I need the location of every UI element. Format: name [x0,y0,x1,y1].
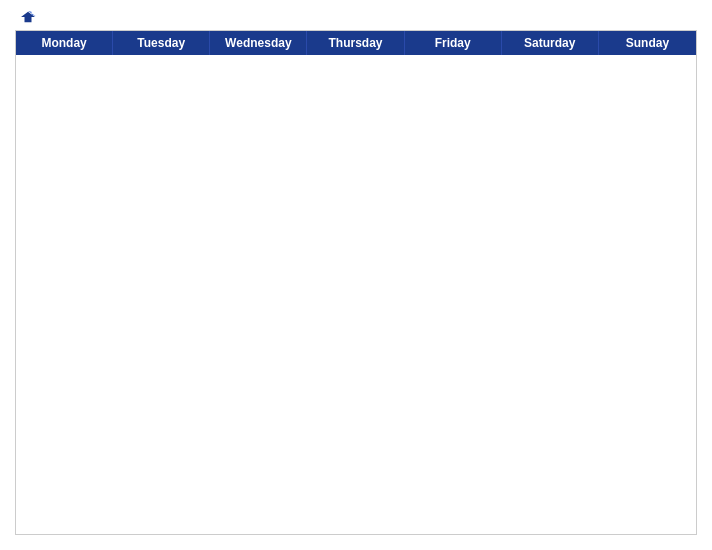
day-header-saturday: Saturday [502,31,599,55]
day-header-monday: Monday [16,31,113,55]
page: MondayTuesdayWednesdayThursdayFridaySatu… [0,0,712,550]
weeks-container [16,55,696,534]
days-header: MondayTuesdayWednesdayThursdayFridaySatu… [16,31,696,55]
calendar: MondayTuesdayWednesdayThursdayFridaySatu… [15,30,697,535]
logo-bird-icon [19,10,37,24]
day-header-wednesday: Wednesday [210,31,307,55]
header [15,10,697,24]
svg-marker-0 [21,12,35,23]
day-header-friday: Friday [405,31,502,55]
day-header-thursday: Thursday [307,31,404,55]
logo [19,10,41,24]
day-header-tuesday: Tuesday [113,31,210,55]
day-header-sunday: Sunday [599,31,696,55]
